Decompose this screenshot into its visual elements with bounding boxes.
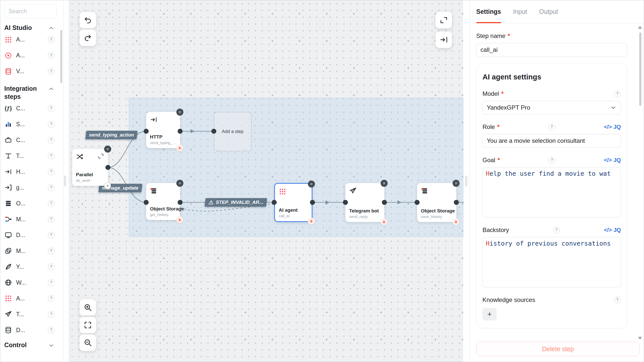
panel-scrollbar[interactable] xyxy=(639,32,641,106)
left-panel-resize-handle[interactable] xyxy=(64,176,66,186)
sidebar-item-ai-agent[interactable]: A... ? xyxy=(4,32,55,48)
help-icon[interactable]: ? xyxy=(48,232,55,239)
help-icon[interactable]: ? xyxy=(48,52,55,59)
help-icon[interactable]: ? xyxy=(48,153,55,159)
help-icon[interactable]: ? xyxy=(48,263,55,270)
delete-node-button[interactable] xyxy=(308,180,315,188)
help-icon[interactable]: ? xyxy=(48,137,55,144)
help-icon[interactable]: ? xyxy=(48,168,55,175)
node-telegram-send-reply[interactable]: Telegram bot send_reply + xyxy=(345,183,384,222)
zoom-in-button[interactable] xyxy=(79,299,96,316)
help-icon[interactable]: ? xyxy=(548,124,555,130)
help-icon[interactable]: ? xyxy=(48,295,55,302)
add-error-handler-button[interactable]: + xyxy=(308,218,315,224)
collapse-icon[interactable] xyxy=(98,153,104,159)
sidebar-item-vector-store[interactable]: V... ? xyxy=(4,63,55,79)
help-icon[interactable]: ? xyxy=(48,184,55,191)
node-add-step-placeholder[interactable]: Add a step xyxy=(214,112,252,151)
delete-node-button[interactable] xyxy=(104,146,111,153)
sidebar-item-get-state[interactable]: g... ? xyxy=(4,180,55,196)
help-icon[interactable]: ? xyxy=(48,105,55,112)
section-integration-steps[interactable]: Integration steps xyxy=(4,85,55,101)
step-settings-panel: Settings Input Output Step name* AI agen… xyxy=(470,0,644,362)
sidebar-scrollbar[interactable] xyxy=(60,30,62,83)
close-icon xyxy=(178,110,182,114)
sidebar-item-message-queue[interactable]: M... ? xyxy=(4,243,55,259)
sidebar-item-ai-agent-2[interactable]: A... ? xyxy=(4,291,55,306)
goal-editor[interactable]: Help the user find a movie to wat xyxy=(482,167,621,217)
section-ai-studio[interactable]: AI Studio xyxy=(4,24,55,32)
goal-jq-toggle[interactable]: </> JQ xyxy=(604,157,621,163)
sidebar-item-tracker[interactable]: T... ? xyxy=(4,148,55,164)
fit-view-button[interactable] xyxy=(79,317,96,333)
scroll-down-arrow[interactable] xyxy=(638,337,642,340)
sidebar-item-telegram[interactable]: T... ? xyxy=(4,306,55,322)
help-icon[interactable]: ? xyxy=(48,311,55,318)
auto-layout-button[interactable] xyxy=(435,12,452,28)
card-title: AI agent settings xyxy=(482,73,621,81)
add-error-handler-button[interactable]: + xyxy=(176,216,183,223)
edge-label-step-invalid[interactable]: STEP_INVALID_AR... xyxy=(205,198,267,207)
help-icon[interactable]: ? xyxy=(48,68,55,75)
go-to-step-button[interactable] xyxy=(435,31,452,48)
scroll-up-arrow[interactable] xyxy=(638,26,642,29)
delete-node-button[interactable] xyxy=(176,109,183,116)
help-icon[interactable]: ? xyxy=(48,279,55,286)
add-knowledge-source-button[interactable]: + xyxy=(482,308,497,321)
sidebar-item-merge[interactable]: M... ? xyxy=(4,211,55,227)
sidebar-item-assistant[interactable]: A... ? xyxy=(4,48,55,63)
add-error-handler-button[interactable]: + xyxy=(453,218,459,225)
help-icon[interactable]: ? xyxy=(48,216,55,223)
node-http-send-typing[interactable]: HTTP send_typing_acti... + xyxy=(146,112,180,148)
sidebar-item-code[interactable]: {ƒ} C... ? xyxy=(4,101,55,116)
help-icon[interactable]: ? xyxy=(48,36,55,43)
help-icon[interactable]: ? xyxy=(48,200,55,207)
bar-chart-icon xyxy=(4,120,12,128)
step-name-input[interactable] xyxy=(476,43,627,57)
help-icon[interactable]: ? xyxy=(548,157,555,164)
sidebar-item-container[interactable]: C... ? xyxy=(4,132,55,148)
node-object-storage-get-history[interactable]: Object Storage get_history + xyxy=(146,183,180,220)
delete-step-button[interactable]: Delete step xyxy=(476,342,640,356)
sidebar-item-object-storage[interactable]: O... ? xyxy=(4,196,55,211)
delete-node-button[interactable] xyxy=(381,180,388,187)
sidebar-item-database[interactable]: D... ? xyxy=(4,322,55,338)
tab-output[interactable]: Output xyxy=(539,0,558,23)
help-icon[interactable]: ? xyxy=(48,248,55,254)
help-icon[interactable]: ? xyxy=(48,327,55,334)
node-ai-agent-call-ai[interactable]: AI agent call_ai + xyxy=(274,183,312,222)
backstory-editor[interactable]: History of previous conversations xyxy=(482,237,621,287)
search-input[interactable] xyxy=(4,4,57,18)
sidebar-item-search-index[interactable]: S... ? xyxy=(4,116,55,132)
sidebar-item-ydb[interactable]: Y... ? xyxy=(4,259,55,275)
sidebar-item-datasphere[interactable]: D... ? xyxy=(4,227,55,243)
node-parallel[interactable]: Parallel do_work + xyxy=(72,149,108,186)
edge-label-send-typing-action[interactable]: send_typing_action xyxy=(85,131,138,139)
edge-arrow xyxy=(397,200,401,204)
tab-settings[interactable]: Settings xyxy=(476,0,501,23)
sidebar-item-websearch[interactable]: W... ? xyxy=(4,275,55,291)
zoom-out-button[interactable] xyxy=(79,334,96,351)
delete-node-button[interactable] xyxy=(176,180,183,187)
right-panel-resize-handle[interactable] xyxy=(465,176,467,186)
delete-node-button[interactable] xyxy=(453,180,460,187)
model-select[interactable]: YandexGPT Pro xyxy=(482,101,621,114)
role-jq-toggle[interactable]: </> JQ xyxy=(604,124,621,130)
redo-button[interactable] xyxy=(79,29,96,46)
monitor-icon xyxy=(4,231,12,239)
undo-button[interactable] xyxy=(79,12,96,28)
help-icon[interactable]: ? xyxy=(614,90,621,97)
help-icon[interactable]: ? xyxy=(614,297,621,303)
add-error-handler-button[interactable]: + xyxy=(176,145,183,151)
section-control[interactable]: Control xyxy=(4,341,55,349)
backstory-jq-toggle[interactable]: </> JQ xyxy=(604,227,621,233)
help-icon[interactable]: ? xyxy=(48,121,55,128)
role-input[interactable] xyxy=(482,134,621,148)
add-error-handler-button[interactable]: + xyxy=(381,218,387,225)
node-object-storage-save-history[interactable]: Object Storage save_history + xyxy=(417,183,456,222)
sidebar-item-http[interactable]: H... ? xyxy=(4,164,55,180)
add-branch-button[interactable]: + xyxy=(104,182,111,189)
model-label: Model* ? xyxy=(482,90,621,97)
help-icon[interactable]: ? xyxy=(553,227,560,234)
tab-input[interactable]: Input xyxy=(513,0,527,23)
